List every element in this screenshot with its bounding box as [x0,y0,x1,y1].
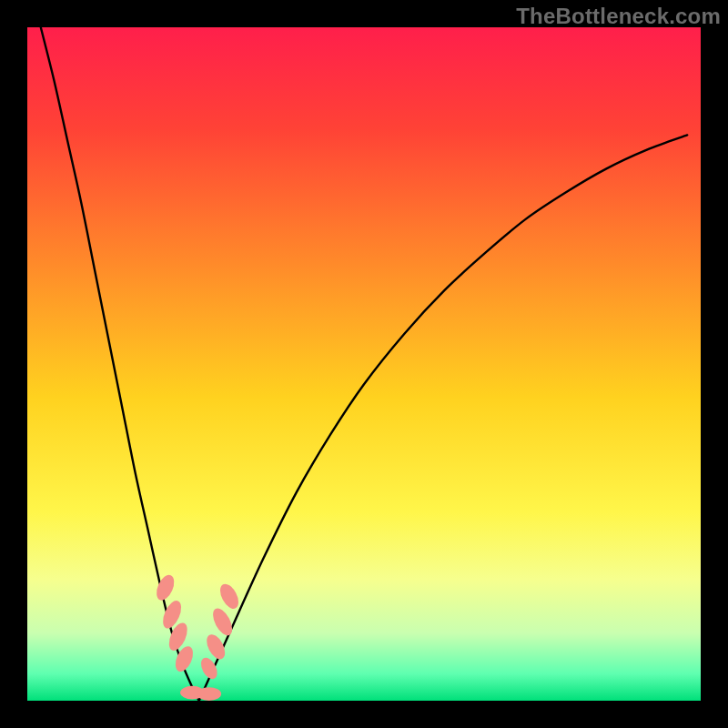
watermark-text: TheBottleneck.com [516,4,721,29]
marker-bottom-dot-2 [197,687,221,701]
chart-svg [27,27,701,701]
chart-frame: TheBottleneck.com [0,0,728,728]
plot-area [27,27,701,701]
chart-background [27,27,701,701]
